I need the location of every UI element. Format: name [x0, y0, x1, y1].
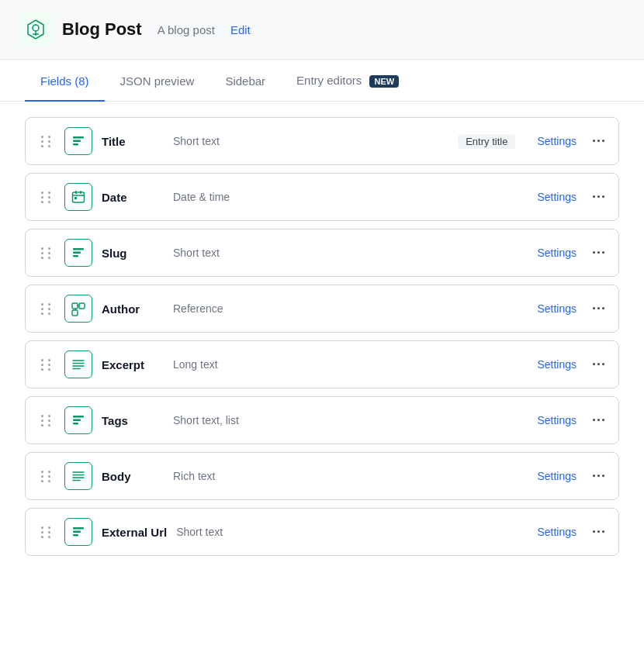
more-menu-button[interactable]: ··· [592, 357, 606, 373]
settings-link[interactable]: Settings [537, 526, 576, 538]
field-icon [64, 406, 92, 434]
settings-link[interactable]: Settings [537, 302, 576, 315]
tab-fields[interactable]: Fields (8) [25, 60, 105, 102]
field-name: Date [102, 191, 164, 204]
table-row: Slug Short text Settings ··· [25, 229, 619, 277]
table-row: Tags Short text, list Settings ··· [25, 396, 619, 444]
field-icon [64, 462, 92, 490]
new-badge: NEW [369, 75, 399, 88]
svg-rect-17 [72, 310, 78, 316]
header: Blog Post A blog post Edit [0, 0, 644, 60]
settings-link[interactable]: Settings [537, 135, 576, 147]
table-row: Body Rich text Settings ··· [25, 452, 619, 500]
more-menu-button[interactable]: ··· [592, 189, 606, 205]
field-type: Short text [173, 247, 515, 259]
field-name: External Url [102, 526, 167, 539]
settings-link[interactable]: Settings [537, 470, 576, 482]
svg-rect-31 [73, 527, 84, 530]
drag-handle[interactable] [38, 413, 55, 428]
svg-rect-4 [73, 136, 84, 139]
field-type: Reference [173, 302, 515, 315]
field-icon [64, 350, 92, 378]
settings-link[interactable]: Settings [537, 414, 576, 426]
field-name: Body [102, 470, 164, 483]
field-name: Excerpt [102, 358, 164, 371]
field-icon [64, 295, 92, 323]
logo-icon [19, 12, 53, 47]
tab-json-preview[interactable]: JSON preview [105, 60, 210, 102]
more-menu-button[interactable]: ··· [592, 301, 606, 317]
drag-handle[interactable] [38, 525, 55, 540]
field-type: Date & time [173, 191, 515, 203]
page-subtitle: A blog post [158, 23, 215, 36]
svg-rect-32 [73, 531, 81, 533]
svg-rect-15 [72, 303, 78, 309]
settings-link[interactable]: Settings [537, 247, 576, 259]
settings-link[interactable]: Settings [537, 191, 576, 203]
fields-list: Title Short text Entry title Settings ··… [0, 102, 644, 571]
drag-handle[interactable] [38, 190, 55, 205]
more-menu-button[interactable]: ··· [592, 468, 606, 485]
settings-link[interactable]: Settings [537, 358, 576, 371]
field-type: Short text, list [173, 414, 515, 426]
svg-rect-6 [73, 143, 78, 146]
field-type: Short text [176, 526, 515, 538]
field-type: Rich text [173, 470, 515, 482]
table-row: Author Reference Settings ··· [25, 285, 619, 333]
svg-rect-33 [73, 534, 78, 537]
more-menu-button[interactable]: ··· [592, 524, 606, 540]
svg-rect-0 [19, 12, 53, 47]
svg-rect-14 [73, 255, 78, 257]
drag-handle[interactable] [38, 134, 55, 149]
field-name: Author [102, 302, 164, 316]
svg-rect-12 [73, 248, 84, 250]
more-menu-button[interactable]: ··· [592, 133, 606, 150]
tabs-bar: Fields (8) JSON preview Sidebar Entry ed… [0, 60, 644, 102]
svg-rect-16 [79, 303, 85, 309]
table-row: Date Date & time Settings ··· [25, 173, 619, 221]
field-icon [64, 518, 92, 546]
svg-rect-5 [73, 140, 81, 143]
svg-rect-24 [73, 416, 84, 418]
svg-rect-13 [73, 252, 81, 254]
drag-handle[interactable] [38, 357, 55, 372]
field-type: Long text [173, 358, 515, 371]
svg-rect-7 [73, 192, 85, 202]
field-type: Short text [173, 135, 448, 147]
svg-rect-11 [74, 197, 77, 199]
field-badge: Entry title [458, 134, 515, 149]
svg-rect-26 [73, 423, 78, 425]
more-menu-button[interactable]: ··· [592, 413, 606, 429]
tab-entry-editors[interactable]: Entry editors NEW [281, 60, 414, 102]
field-name: Slug [102, 247, 164, 260]
field-name: Tags [102, 414, 164, 427]
drag-handle[interactable] [38, 469, 55, 484]
field-icon [64, 127, 92, 155]
page-title: Blog Post [62, 19, 142, 40]
tab-sidebar[interactable]: Sidebar [209, 60, 281, 102]
drag-handle[interactable] [38, 246, 55, 261]
edit-link[interactable]: Edit [230, 23, 251, 36]
drag-handle[interactable] [38, 302, 55, 316]
field-icon [64, 239, 92, 267]
table-row: External Url Short text Settings ··· [25, 508, 619, 556]
field-icon [64, 183, 92, 211]
more-menu-button[interactable]: ··· [592, 245, 606, 261]
svg-rect-25 [73, 419, 81, 422]
field-name: Title [102, 135, 164, 148]
table-row: Title Short text Entry title Settings ··… [25, 117, 619, 165]
table-row: Excerpt Long text Settings ··· [25, 340, 619, 388]
